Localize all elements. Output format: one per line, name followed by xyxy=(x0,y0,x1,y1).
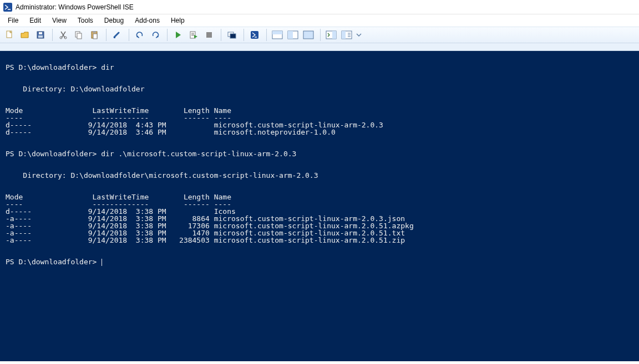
svg-rect-23 xyxy=(332,31,336,39)
menu-edit[interactable]: Edit xyxy=(24,15,47,26)
console-line: PS D:\downloadfolder> dir .\microsoft.cu… xyxy=(6,150,635,157)
console-line: Directory: D:\downloadfolder xyxy=(6,85,635,93)
toolbar-separator xyxy=(266,29,267,41)
console-line xyxy=(6,136,635,143)
open-icon xyxy=(21,30,29,39)
svg-rect-25 xyxy=(342,31,346,39)
paste-button[interactable] xyxy=(87,28,102,42)
show-script-icon xyxy=(326,30,337,39)
undo-button[interactable] xyxy=(133,28,147,42)
show-command-icon xyxy=(341,30,352,39)
save-button[interactable] xyxy=(33,28,48,42)
layout-side-icon xyxy=(287,30,298,39)
copy-button[interactable] xyxy=(72,28,86,42)
console-line: Directory: D:\downloadfolder\microsoft.c… xyxy=(6,172,635,179)
menu-debug[interactable]: Debug xyxy=(99,15,129,26)
svg-rect-13 xyxy=(206,32,212,38)
show-script-pane-button[interactable] xyxy=(324,28,338,42)
cut-icon xyxy=(59,30,68,39)
toolbar-separator xyxy=(244,29,244,41)
toolbar-separator xyxy=(129,29,129,41)
console-line: PS D:\downloadfolder> dir xyxy=(6,64,635,71)
console-line: d----- 9/14/2018 3:46 PM microsoft.notep… xyxy=(6,129,635,136)
menu-tools[interactable]: Tools xyxy=(72,15,99,26)
menu-file[interactable]: File xyxy=(2,15,24,26)
layout-top-icon xyxy=(272,30,283,39)
layout-full-button[interactable] xyxy=(301,28,316,42)
toolbar-separator xyxy=(106,29,106,41)
toolbar-separator xyxy=(221,29,221,41)
show-command-addon-button[interactable] xyxy=(339,28,354,42)
menubar: File Edit View Tools Debug Add-ons Help xyxy=(0,14,639,27)
save-icon xyxy=(36,30,45,39)
chevron-down-icon xyxy=(356,32,362,38)
powershell-icon xyxy=(250,30,259,39)
powershell-button[interactable] xyxy=(247,28,262,42)
console-pane[interactable]: PS D:\downloadfolder> dir Directory: D:\… xyxy=(0,51,639,361)
layout-full-icon xyxy=(303,30,314,39)
menu-view[interactable]: View xyxy=(47,15,72,26)
svg-rect-10 xyxy=(93,31,96,33)
run-selection-icon xyxy=(189,30,198,39)
clear-button[interactable] xyxy=(110,28,124,42)
powershell-ise-app-icon xyxy=(3,3,12,12)
svg-rect-4 xyxy=(38,35,43,38)
open-button[interactable] xyxy=(18,28,32,42)
toolbar-separator xyxy=(167,29,168,41)
new-button[interactable] xyxy=(2,28,17,42)
toolbar-separator xyxy=(52,29,53,41)
console-prompt[interactable]: PS D:\downloadfolder> xyxy=(6,258,635,266)
svg-rect-18 xyxy=(272,31,282,34)
menu-addons[interactable]: Add-ons xyxy=(129,15,165,26)
console-line xyxy=(6,179,635,186)
svg-rect-8 xyxy=(77,33,82,39)
svg-rect-15 xyxy=(230,34,236,38)
layout-side-button[interactable] xyxy=(286,28,300,42)
tab-strip xyxy=(0,43,639,51)
menu-help[interactable]: Help xyxy=(165,15,190,26)
svg-rect-11 xyxy=(93,34,97,39)
remote-button[interactable] xyxy=(225,28,239,42)
console-line xyxy=(6,71,635,78)
stop-button[interactable] xyxy=(202,28,216,42)
toolbar xyxy=(0,27,639,43)
new-icon xyxy=(5,30,14,39)
window-title: Administrator: Windows PowerShell ISE xyxy=(16,3,134,11)
undo-icon xyxy=(135,30,144,39)
console-line xyxy=(6,157,635,165)
redo-icon xyxy=(151,30,160,39)
toolbar-dropdown-button[interactable] xyxy=(355,28,363,42)
run-selection-button[interactable] xyxy=(186,28,201,42)
stop-icon xyxy=(205,30,214,39)
layout-top-button[interactable] xyxy=(270,28,285,42)
titlebar: Administrator: Windows PowerShell ISE xyxy=(0,0,639,14)
console-line xyxy=(6,244,635,251)
copy-icon xyxy=(74,30,83,39)
text-cursor xyxy=(102,259,102,266)
console-line: -a---- 9/14/2018 3:38 PM 2384503 microso… xyxy=(6,237,635,244)
run-icon xyxy=(174,30,182,39)
toolbar-separator xyxy=(320,29,321,41)
run-button[interactable] xyxy=(171,28,185,42)
console-line xyxy=(6,93,635,100)
clear-icon xyxy=(113,30,121,39)
svg-rect-21 xyxy=(303,31,313,39)
paste-icon xyxy=(90,30,99,39)
remote-icon xyxy=(227,30,236,39)
cut-button[interactable] xyxy=(56,28,70,42)
svg-rect-3 xyxy=(39,32,42,34)
redo-button[interactable] xyxy=(148,28,163,42)
svg-rect-20 xyxy=(288,31,293,39)
